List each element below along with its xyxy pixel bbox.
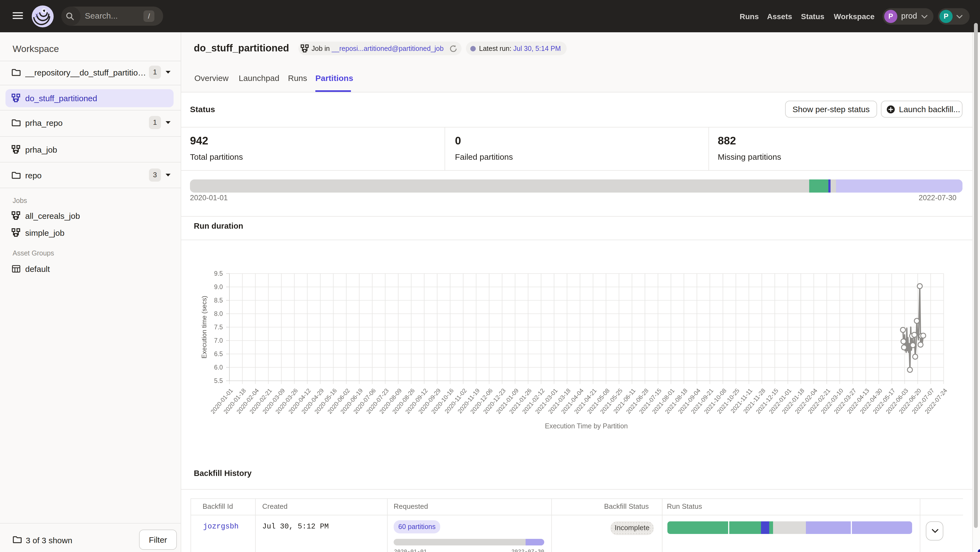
- svg-text:8.5: 8.5: [214, 297, 223, 304]
- svg-text:9.0: 9.0: [214, 283, 223, 290]
- svg-text:9.5: 9.5: [214, 270, 223, 277]
- svg-text:7.5: 7.5: [214, 324, 223, 331]
- svg-text:Execution time (secs): Execution time (secs): [200, 296, 208, 358]
- svg-text:5.5: 5.5: [214, 377, 223, 384]
- svg-text:8.0: 8.0: [214, 310, 223, 317]
- svg-text:7.0: 7.0: [214, 337, 223, 344]
- svg-text:6.5: 6.5: [214, 351, 223, 357]
- svg-text:6.0: 6.0: [214, 364, 223, 371]
- svg-text:Execution Time by Partition: Execution Time by Partition: [545, 422, 628, 430]
